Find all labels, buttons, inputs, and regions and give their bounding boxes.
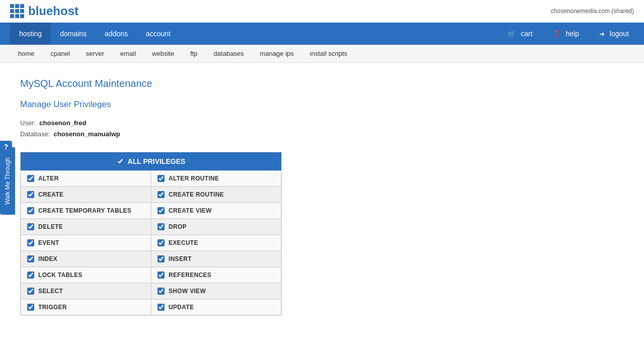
privilege-checkbox-left-1[interactable] xyxy=(27,191,34,198)
all-privileges-header: ALL PRIVILEGES xyxy=(21,152,282,171)
walk-me-through[interactable]: Walk Me Through xyxy=(0,147,15,215)
privilege-checkbox-left-5[interactable] xyxy=(27,255,34,262)
secondary-nav-item-ftp[interactable]: ftp xyxy=(182,45,205,62)
privilege-checkbox-right-8[interactable] xyxy=(157,304,165,311)
primary-nav-right: 🛒cart❓help➜logout xyxy=(503,23,634,45)
secondary-nav-item-cpanel[interactable]: cpanel xyxy=(43,45,78,62)
main-content: MySQL Account Maintenance Manage User Pr… xyxy=(0,63,644,331)
privilege-checkbox-left-0[interactable] xyxy=(27,175,34,182)
user-value: chosenon_fred xyxy=(39,119,86,127)
cart-label: cart xyxy=(521,30,532,38)
privilege-row-5: INDEXINSERT xyxy=(21,251,281,267)
privilege-row-1: CREATECREATE ROUTINE xyxy=(21,187,281,203)
privilege-cell-left-7: SELECT xyxy=(21,283,151,299)
privilege-cell-left-6: LOCK TABLES xyxy=(21,267,151,283)
privilege-cell-left-3: DELETE xyxy=(21,219,151,235)
primary-nav-item-account[interactable]: account xyxy=(137,23,180,45)
privilege-cell-left-4: EVENT xyxy=(21,235,151,251)
logo-text[interactable]: bluehost xyxy=(28,4,78,18)
privilege-row-4: EVENTEXECUTE xyxy=(21,235,281,251)
secondary-nav-item-email[interactable]: email xyxy=(112,45,144,62)
primary-nav-item-domains[interactable]: domains xyxy=(51,23,96,45)
privilege-label-left-5: INDEX xyxy=(38,255,57,262)
privilege-label-right-5: INSERT xyxy=(169,255,192,262)
privilege-cell-right-8: UPDATE xyxy=(151,299,281,315)
privilege-row-7: SELECTSHOW VIEW xyxy=(21,283,281,299)
privilege-label-right-7: SHOW VIEW xyxy=(169,288,206,295)
privilege-row-3: DELETEDROP xyxy=(21,219,281,235)
privilege-checkbox-right-7[interactable] xyxy=(157,288,165,295)
database-value: chosenon_manualwp xyxy=(54,130,120,138)
all-privileges-checkbox[interactable] xyxy=(117,158,124,165)
privilege-label-left-0: ALTER xyxy=(38,175,59,182)
privilege-checkbox-right-2[interactable] xyxy=(157,207,165,214)
privilege-checkbox-right-5[interactable] xyxy=(157,255,165,262)
privilege-checkbox-right-3[interactable] xyxy=(157,223,165,230)
privilege-label-right-6: REFERENCES xyxy=(169,272,211,279)
logout-label: logout xyxy=(610,30,629,38)
secondary-nav-item-databases[interactable]: databases xyxy=(206,45,252,62)
privilege-label-left-1: CREATE xyxy=(38,191,63,198)
secondary-nav-item-website[interactable]: website xyxy=(144,45,182,62)
privilege-label-left-2: CREATE TEMPORARY TABLES xyxy=(38,207,131,214)
primary-nav-right-logout[interactable]: ➜logout xyxy=(594,23,634,45)
privilege-checkbox-left-3[interactable] xyxy=(27,223,34,230)
privilege-cell-right-2: CREATE VIEW xyxy=(151,203,281,219)
privilege-row-6: LOCK TABLESREFERENCES xyxy=(21,267,281,283)
privilege-cell-right-4: EXECUTE xyxy=(151,235,281,251)
privilege-checkbox-right-0[interactable] xyxy=(157,175,165,182)
privilege-label-right-8: UPDATE xyxy=(169,304,194,311)
privilege-cell-left-5: INDEX xyxy=(21,251,151,267)
privilege-cell-right-0: ALTER ROUTINE xyxy=(151,170,281,187)
user-info: User: chosenon_fred Database: chosenon_m… xyxy=(20,118,624,140)
privilege-label-left-7: SELECT xyxy=(38,288,63,295)
help-label: help xyxy=(566,30,579,38)
privilege-row-2: CREATE TEMPORARY TABLESCREATE VIEW xyxy=(21,203,281,219)
secondary-nav-item-install-scripts[interactable]: install scripts xyxy=(302,45,355,62)
section-title: Manage User Privileges xyxy=(20,100,624,110)
privilege-cell-right-1: CREATE ROUTINE xyxy=(151,187,281,203)
privilege-cell-left-8: TRIGGER xyxy=(21,299,151,315)
secondary-nav-item-manage-ips[interactable]: manage ips xyxy=(252,45,302,62)
account-info: chosenonemedia.com (shared) xyxy=(551,8,634,15)
privilege-cell-left-1: CREATE xyxy=(21,187,151,203)
privilege-checkbox-left-4[interactable] xyxy=(27,239,34,246)
privilege-checkbox-right-6[interactable] xyxy=(157,272,165,279)
privilege-label-right-3: DROP xyxy=(169,223,187,230)
primary-nav: hostingdomainsaddonsaccount 🛒cart❓help➜l… xyxy=(0,23,644,45)
privilege-label-right-4: EXECUTE xyxy=(169,239,198,246)
privilege-label-right-0: ALTER ROUTINE xyxy=(169,175,219,182)
privilege-checkbox-right-4[interactable] xyxy=(157,239,165,246)
primary-nav-left: hostingdomainsaddonsaccount xyxy=(10,23,180,45)
secondary-nav: homecpanelserveremailwebsiteftpdatabases… xyxy=(0,45,644,63)
privilege-cell-left-0: ALTER xyxy=(21,170,151,187)
page-title: MySQL Account Maintenance xyxy=(20,78,624,89)
logo-grid xyxy=(10,4,24,18)
privilege-label-left-4: EVENT xyxy=(38,239,59,246)
privilege-row-0: ALTERALTER ROUTINE xyxy=(21,170,281,187)
logout-icon: ➜ xyxy=(599,30,605,38)
privileges-table: ALL PRIVILEGES ALTERALTER ROUTINECREATEC… xyxy=(20,152,282,316)
secondary-nav-item-home[interactable]: home xyxy=(10,45,43,62)
secondary-nav-item-server[interactable]: server xyxy=(78,45,112,62)
privilege-checkbox-right-1[interactable] xyxy=(157,191,165,198)
logo-area[interactable]: bluehost xyxy=(10,4,78,18)
privilege-checkbox-left-2[interactable] xyxy=(27,207,34,214)
privileges-body: ALTERALTER ROUTINECREATECREATE ROUTINECR… xyxy=(21,170,282,316)
primary-nav-right-cart[interactable]: 🛒cart xyxy=(503,23,537,45)
privilege-label-left-6: LOCK TABLES xyxy=(38,272,83,279)
primary-nav-item-addons[interactable]: addons xyxy=(96,23,137,45)
primary-nav-right-help[interactable]: ❓help xyxy=(547,23,584,45)
privilege-label-left-3: DELETE xyxy=(38,223,63,230)
privilege-label-left-8: TRIGGER xyxy=(38,304,67,311)
primary-nav-item-hosting[interactable]: hosting xyxy=(10,23,51,45)
privilege-checkbox-left-6[interactable] xyxy=(27,272,34,279)
privilege-cell-right-7: SHOW VIEW xyxy=(151,283,281,299)
all-privileges-label: ALL PRIVILEGES xyxy=(128,157,186,165)
privilege-cell-right-5: INSERT xyxy=(151,251,281,267)
walk-me-question-icon[interactable]: ? xyxy=(0,141,12,153)
privilege-checkbox-left-8[interactable] xyxy=(27,304,34,311)
cart-icon: 🛒 xyxy=(508,30,516,38)
top-bar: bluehost chosenonemedia.com (shared) xyxy=(0,0,644,23)
privilege-checkbox-left-7[interactable] xyxy=(27,288,34,295)
